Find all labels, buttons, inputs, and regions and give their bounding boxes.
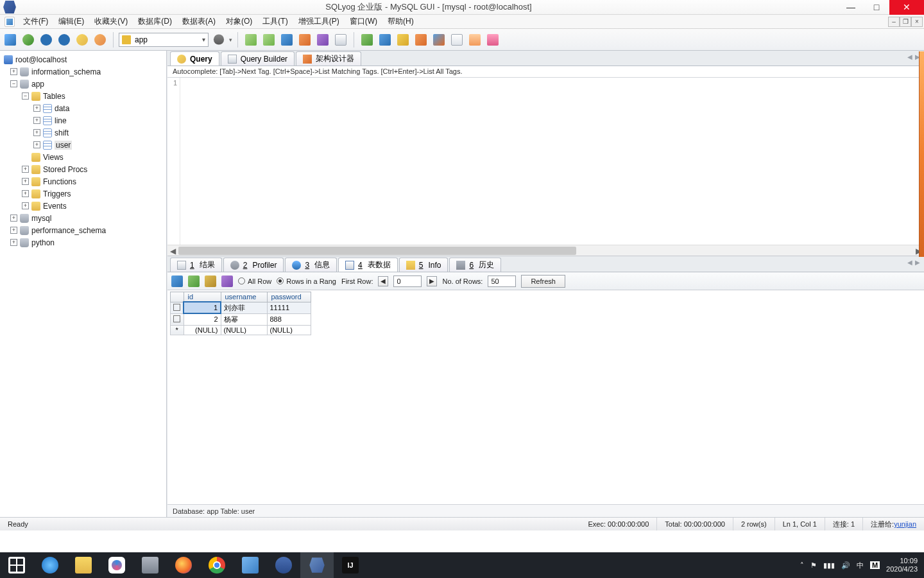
- rowsrange-radio[interactable]: [277, 277, 284, 285]
- toolbar-btn-5[interactable]: [315, 32, 330, 48]
- cell-username[interactable]: 刘亦菲: [221, 302, 267, 313]
- expand-icon[interactable]: +: [33, 129, 40, 136]
- tree-table-user[interactable]: + user: [0, 139, 166, 151]
- toolbar-new-connection-button[interactable]: [3, 32, 18, 48]
- firstrow-prev-button[interactable]: ◀: [378, 276, 388, 286]
- expand-icon[interactable]: +: [22, 166, 29, 173]
- toolbar-btn-1[interactable]: [243, 32, 259, 48]
- cell-id[interactable]: 2: [184, 313, 221, 325]
- mdi-minimize-button[interactable]: –: [888, 17, 900, 27]
- taskbar-firefox[interactable]: [167, 552, 200, 578]
- firstrow-next-button[interactable]: ▶: [427, 276, 437, 286]
- expand-icon[interactable]: +: [10, 68, 17, 75]
- rtool-btn-3[interactable]: [205, 276, 216, 287]
- expand-icon[interactable]: +: [10, 215, 17, 222]
- tab-query-builder[interactable]: Query Builder: [221, 51, 295, 66]
- tree-table-shift[interactable]: + shift: [0, 127, 166, 139]
- rtool-btn-2[interactable]: [188, 276, 200, 287]
- cell-id[interactable]: (NULL): [184, 325, 221, 335]
- menu-favorites[interactable]: 收藏夹(V): [89, 15, 133, 28]
- status-registered-user[interactable]: yunjian: [894, 520, 916, 528]
- taskbar-app-1[interactable]: [100, 552, 133, 578]
- editor-textarea[interactable]: [180, 78, 924, 245]
- rtool-btn-4[interactable]: [221, 276, 233, 287]
- table-row-new[interactable]: * (NULL) (NULL) (NULL): [171, 325, 311, 335]
- refresh-button[interactable]: Refresh: [521, 275, 565, 288]
- taskbar-ie[interactable]: [33, 552, 67, 578]
- row-checkbox[interactable]: [173, 304, 180, 311]
- tree-db-python[interactable]: + python: [0, 236, 166, 249]
- tray-brand[interactable]: M: [870, 561, 880, 569]
- tree-db-mysql[interactable]: + mysql: [0, 212, 166, 224]
- close-button[interactable]: ✕: [889, 0, 924, 15]
- tree-folder-tables[interactable]: − Tables: [0, 90, 166, 102]
- rtab-tabledata[interactable]: 4表数据: [338, 258, 398, 272]
- tree-folder-triggers[interactable]: + Triggers: [0, 188, 166, 200]
- menu-window[interactable]: 窗口(W): [345, 15, 382, 28]
- scroll-thumb[interactable]: [178, 247, 576, 255]
- tray-ime[interactable]: 中: [857, 561, 864, 570]
- tree-table-data[interactable]: + data: [0, 102, 166, 114]
- taskbar-app-3[interactable]: [234, 552, 267, 578]
- toolbar-execute-button[interactable]: [38, 32, 54, 48]
- result-grid[interactable]: id username password 1 刘亦菲 11111 2 杨幂 88…: [167, 290, 924, 504]
- toolbar-btn-11[interactable]: [431, 32, 447, 48]
- maximize-button[interactable]: □: [864, 0, 889, 15]
- rtab-prev-icon[interactable]: ◀: [907, 259, 912, 266]
- minimize-button[interactable]: ―: [838, 0, 864, 15]
- expand-icon[interactable]: +: [10, 227, 17, 234]
- tree-folder-storedprocs[interactable]: + Stored Procs: [0, 163, 166, 175]
- tab-schema-designer[interactable]: 架构设计器: [296, 51, 361, 66]
- rtab-info[interactable]: 5Info: [399, 258, 449, 272]
- toolbar-btn-6[interactable]: [333, 32, 348, 48]
- tree-folder-views[interactable]: Views: [0, 151, 166, 163]
- tray-flag-icon[interactable]: ⚑: [810, 561, 817, 570]
- toolbar-execute-all-button[interactable]: [56, 32, 72, 48]
- toolbar-btn-14[interactable]: [485, 32, 501, 48]
- rtool-btn-1[interactable]: [171, 276, 183, 287]
- col-id[interactable]: id: [184, 292, 221, 302]
- taskbar-app-4[interactable]: [267, 552, 300, 578]
- tree-host[interactable]: root@localhost: [0, 53, 166, 66]
- row-checkbox[interactable]: [173, 315, 180, 322]
- taskbar-app-2[interactable]: [133, 552, 167, 578]
- tree-folder-functions[interactable]: + Functions: [0, 175, 166, 188]
- tray-volume-icon[interactable]: 🔊: [841, 561, 850, 570]
- taskbar-intellij[interactable]: IJ: [334, 552, 367, 578]
- toolbar-btn-10[interactable]: [413, 32, 429, 48]
- cell-username[interactable]: (NULL): [221, 325, 267, 335]
- cell-password[interactable]: (NULL): [267, 325, 311, 335]
- object-browser[interactable]: root@localhost + information_schema − ap…: [0, 51, 167, 517]
- tray-wifi-icon[interactable]: ▮▮▮: [823, 561, 835, 570]
- allrow-radio[interactable]: [238, 277, 245, 285]
- rtab-profiler[interactable]: 2Profiler: [223, 258, 284, 272]
- tree-folder-events[interactable]: + Events: [0, 200, 166, 212]
- rtab-history[interactable]: 6历史: [449, 258, 501, 272]
- toolbar-btn-8[interactable]: [377, 32, 393, 48]
- expand-icon[interactable]: +: [33, 117, 40, 124]
- editor-hscrollbar[interactable]: ◀ ▶: [167, 245, 924, 256]
- side-stripe[interactable]: [919, 51, 924, 257]
- mdi-restore-button[interactable]: ❐: [900, 17, 911, 27]
- menu-file[interactable]: 文件(F): [18, 15, 53, 28]
- rtab-result[interactable]: 1结果: [170, 258, 222, 272]
- cell-username[interactable]: 杨幂: [221, 313, 267, 325]
- cell-password[interactable]: 11111: [267, 302, 311, 313]
- toolbar-btn-2[interactable]: [261, 32, 277, 48]
- collapse-icon[interactable]: −: [10, 80, 17, 87]
- cell-id[interactable]: 1: [184, 302, 221, 313]
- tray-chevron-up-icon[interactable]: ˄: [800, 561, 804, 570]
- menu-help[interactable]: 帮助(H): [382, 15, 419, 28]
- tree-db-performance-schema[interactable]: + performance_schema: [0, 224, 166, 236]
- cell-password[interactable]: 888: [267, 313, 311, 325]
- toolbar-btn-9[interactable]: [395, 32, 411, 48]
- expand-icon[interactable]: +: [22, 178, 29, 185]
- col-username[interactable]: username: [221, 292, 267, 302]
- toolbar-btn-12[interactable]: [449, 32, 465, 48]
- menu-database[interactable]: 数据库(D): [133, 15, 177, 28]
- menu-table[interactable]: 数据表(A): [177, 15, 221, 28]
- table-row[interactable]: 1 刘亦菲 11111: [171, 302, 311, 313]
- tree-table-line[interactable]: + line: [0, 114, 166, 127]
- rtab-next-icon[interactable]: ▶: [915, 259, 920, 266]
- table-row[interactable]: 2 杨幂 888: [171, 313, 311, 325]
